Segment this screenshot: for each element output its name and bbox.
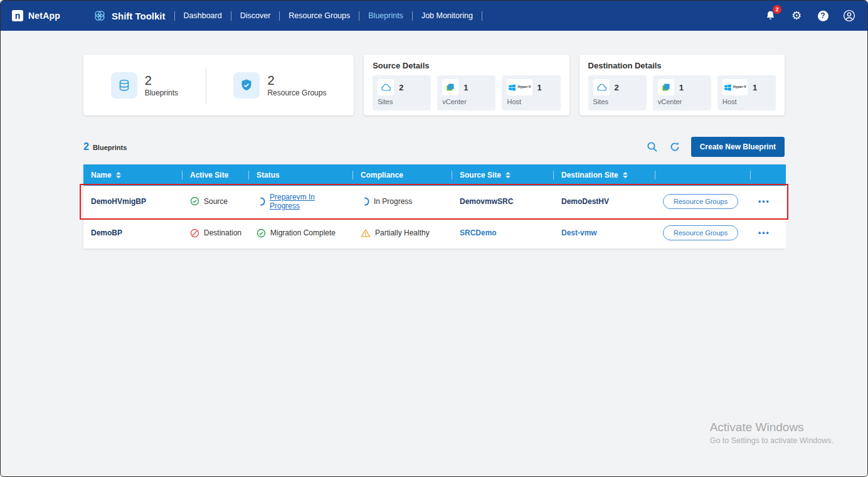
- nav-separator: [359, 11, 359, 21]
- blueprint-name[interactable]: DemoHVmigBP: [83, 186, 183, 217]
- blueprints-count: 2: [145, 73, 178, 88]
- warning-triangle-icon: [361, 228, 371, 238]
- column-header-active-site[interactable]: Active Site: [183, 164, 249, 186]
- nav-separator: [279, 11, 280, 21]
- notifications-bell-icon[interactable]: 2: [763, 9, 777, 23]
- source-site-value: DemovmwSRC: [452, 186, 554, 217]
- app-window: n NetApp Shift Toolkit Dashboard Discove…: [0, 0, 868, 477]
- vcenter-icon: [658, 79, 674, 95]
- active-site-value: Source: [204, 197, 228, 206]
- compliance-value: In Progress: [374, 197, 412, 206]
- settings-gear-icon[interactable]: ⚙: [790, 9, 803, 23]
- nav-item-discover[interactable]: Discover: [240, 11, 271, 20]
- column-header-name[interactable]: Name: [83, 164, 183, 186]
- source-sites-count: 2: [399, 83, 403, 92]
- destination-sites-count: 2: [615, 83, 619, 92]
- sort-icon[interactable]: [623, 172, 628, 178]
- destination-details-card: Destination Details 2 Sites: [580, 55, 785, 115]
- destination-vcenter-tile: 1 vCenter: [653, 75, 711, 110]
- navbar-actions: 2 ⚙ ?: [763, 9, 856, 23]
- app-title[interactable]: Shift Toolkit: [93, 9, 166, 23]
- active-site-value: Destination: [204, 228, 241, 237]
- netapp-logo: n: [12, 10, 23, 21]
- compliance-value: Partially Healthy: [375, 228, 430, 237]
- source-host-tile: Hyper-V 1 Host: [502, 75, 560, 110]
- create-new-blueprint-button[interactable]: Create New Blueprint: [691, 137, 785, 157]
- sort-icon[interactable]: [116, 172, 121, 178]
- vcenter-icon: [442, 79, 458, 95]
- summary-cards-row: 2 Blueprints 2 Resource Groups: [83, 55, 785, 115]
- column-header-destination-site[interactable]: Destination Site: [554, 164, 655, 186]
- in-progress-icon: [361, 197, 369, 206]
- nav-item-resource-groups[interactable]: Resource Groups: [288, 11, 350, 20]
- resource-groups-label: Resource Groups: [267, 88, 326, 97]
- blueprints-count-heading: 2 Blueprints: [83, 141, 127, 153]
- source-sites-tile: 2 Sites: [373, 75, 431, 110]
- destination-host-label: Host: [722, 98, 771, 105]
- source-host-count: 1: [537, 83, 542, 92]
- nav-item-dashboard[interactable]: Dashboard: [184, 11, 222, 20]
- table-header-row: Name Active Site Status Compliance: [83, 164, 786, 186]
- sort-icon[interactable]: [505, 172, 511, 178]
- resource-groups-button[interactable]: Resource Groups: [663, 225, 738, 240]
- table-row: DemoHVmigBP Source: [83, 186, 786, 217]
- cloud-icon: [378, 79, 394, 95]
- resource-groups-shield-icon: [233, 72, 260, 99]
- user-account-icon[interactable]: [842, 9, 856, 23]
- check-circle-icon: [190, 196, 199, 206]
- blueprints-icon: [111, 72, 137, 99]
- nav-item-blueprints[interactable]: Blueprints: [368, 11, 403, 20]
- hyperv-windows-icon: Hyper-V: [507, 79, 532, 95]
- destination-site-value: DemoDestHV: [554, 186, 655, 217]
- blueprints-stat: 2 Blueprints: [111, 72, 178, 99]
- summary-stats-card: 2 Blueprints 2 Resource Groups: [83, 55, 354, 115]
- column-header-menu: [751, 164, 786, 186]
- search-icon[interactable]: [646, 141, 659, 153]
- nav-separator: [231, 11, 231, 21]
- check-circle-icon: [257, 228, 266, 238]
- source-vcenter-count: 1: [463, 83, 468, 92]
- destination-sites-label: Sites: [593, 98, 642, 105]
- nav-item-job-monitoring[interactable]: Job Monitoring: [421, 11, 473, 20]
- main-content: 2 Blueprints 2 Resource Groups: [1, 31, 867, 249]
- windows-activation-watermark: Activate Windows Go to Settings to activ…: [710, 421, 834, 445]
- destination-sites-tile: 2 Sites: [588, 75, 647, 110]
- blueprints-count-label: Blueprints: [93, 144, 127, 151]
- notification-badge: 2: [773, 5, 781, 14]
- cloud-icon: [593, 79, 610, 95]
- resource-groups-count: 2: [267, 73, 326, 88]
- blueprint-name[interactable]: DemoBP: [83, 217, 183, 249]
- row-menu-button[interactable]: •••: [758, 197, 770, 206]
- blueprints-label: Blueprints: [145, 88, 178, 97]
- destination-host-count: 1: [753, 83, 757, 92]
- source-details-card: Source Details 2 Sites: [364, 55, 569, 115]
- blueprints-table: Name Active Site Status Compliance: [83, 164, 786, 249]
- app-title-text: Shift Toolkit: [112, 11, 166, 21]
- status-link[interactable]: Preparevm In Progress: [270, 193, 346, 210]
- destination-vcenter-count: 1: [679, 83, 684, 92]
- nav-separator: [412, 11, 413, 21]
- stats-divider: [206, 67, 206, 104]
- column-header-source-site[interactable]: Source Site: [452, 164, 554, 186]
- destination-site-value: Dest-vmw: [554, 217, 655, 249]
- destination-vcenter-label: vCenter: [658, 98, 706, 105]
- watermark-line2: Go to Settings to activate Windows.: [710, 436, 834, 445]
- destination-details-title: Destination Details: [588, 61, 776, 70]
- status-value: Migration Complete: [270, 228, 336, 237]
- resource-groups-stat: 2 Resource Groups: [233, 72, 326, 99]
- source-site-value: SRCDemo: [452, 217, 554, 249]
- blueprints-count-number: 2: [83, 141, 89, 153]
- refresh-icon[interactable]: [669, 141, 681, 153]
- source-details-title: Source Details: [373, 61, 560, 70]
- help-icon[interactable]: ?: [816, 9, 830, 23]
- blueprints-table-wrap: Name Active Site Status Compliance: [83, 164, 785, 249]
- row-menu-button[interactable]: •••: [758, 228, 770, 237]
- hyperv-logo-text: Hyper-V: [517, 85, 531, 89]
- column-header-status[interactable]: Status: [249, 164, 353, 186]
- column-header-compliance[interactable]: Compliance: [353, 164, 452, 186]
- netapp-brand[interactable]: n NetApp: [12, 10, 60, 21]
- top-navbar: n NetApp Shift Toolkit Dashboard Discove…: [1, 1, 867, 31]
- hyperv-logo-text: Hyper-V: [733, 85, 746, 89]
- resource-groups-button[interactable]: Resource Groups: [663, 194, 738, 209]
- in-progress-icon: [257, 197, 265, 206]
